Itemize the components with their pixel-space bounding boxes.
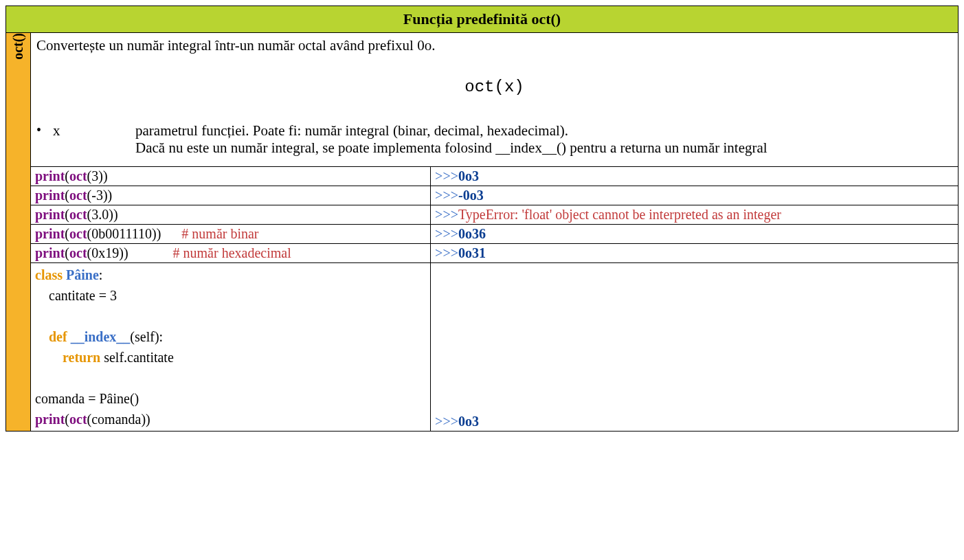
code-comment: # număr hexadecimal	[173, 245, 291, 260]
oct-keyword: oct	[69, 226, 87, 241]
table-row: print(oct(3.0)) >>>TypeError: 'float' ob…	[6, 205, 959, 225]
return-keyword: return	[63, 350, 100, 365]
colon: :	[99, 267, 103, 282]
code-pad	[161, 226, 181, 241]
output-value: 0o31	[458, 245, 486, 260]
code-pad	[128, 245, 173, 260]
code-cell: print(oct(0x19)) # număr hexadecimal	[31, 244, 431, 263]
parameter-description: parametrul funcției. Poate fi: număr int…	[135, 122, 767, 157]
output-cell: >>>0o3	[431, 263, 959, 432]
table-row: class Pâine: cantitate = 3 def __index__…	[6, 263, 959, 432]
sidebar-cell: oct()	[6, 33, 31, 432]
parameter-item: • x parametrul funcției. Poate fi: număr…	[36, 122, 952, 157]
code-comment: # număr binar	[181, 226, 258, 241]
output-cell: >>>0o3	[431, 167, 959, 186]
print-keyword: print	[35, 412, 65, 427]
code-arg: -3	[91, 188, 103, 203]
description-paragraph: Convertește un număr integral într-un nu…	[36, 37, 952, 54]
output-prompt: >>>	[435, 414, 458, 429]
output-prompt: >>>	[435, 245, 458, 260]
code-cell: print(oct(3.0))	[31, 205, 431, 225]
output-cell: >>>TypeError: 'float' object cannot be i…	[431, 205, 959, 225]
output-value: 0o3	[458, 414, 479, 429]
output-value: 0o3	[458, 168, 479, 183]
param-desc-line1: parametrul funcției. Poate fi: număr int…	[135, 122, 568, 139]
function-signature: oct(x)	[36, 78, 952, 96]
code-cell: print(oct(0b0011110)) # număr binar	[31, 225, 431, 244]
code-cell: print(oct(3))	[31, 167, 431, 186]
assign-line: comanda = Pâine()	[35, 391, 139, 406]
sidebar-label: oct()	[10, 33, 26, 60]
def-keyword: def	[49, 329, 67, 344]
parameter-name: x	[53, 122, 135, 139]
code-cell: class Pâine: cantitate = 3 def __index__…	[31, 263, 431, 432]
output-prompt: >>>	[435, 226, 458, 241]
table-row: print(oct(0x19)) # număr hexadecimal >>>…	[6, 244, 959, 263]
table-header: Funcția predefinită oct()	[6, 6, 959, 33]
output-cell: >>>0o31	[431, 244, 959, 263]
oct-keyword: oct	[69, 168, 87, 183]
output-cell: >>>0o36	[431, 225, 959, 244]
output-prompt: >>>	[435, 168, 458, 183]
code-arg: 0b0011110	[91, 226, 152, 241]
print-keyword: print	[35, 168, 65, 183]
oct-keyword: oct	[69, 245, 87, 260]
print-keyword: print	[35, 188, 65, 203]
oct-keyword: oct	[69, 207, 87, 222]
class-keyword: class	[35, 267, 63, 282]
class-body-line: cantitate = 3	[35, 288, 117, 303]
oct-keyword: oct	[69, 412, 87, 427]
class-name: Pâine	[66, 267, 99, 282]
output-error: TypeError: 'float' object cannot be inte…	[458, 207, 781, 222]
print-arg: comanda	[91, 412, 141, 427]
code-arg: 3.0	[91, 207, 109, 222]
print-keyword: print	[35, 245, 65, 260]
code-arg: 0x19	[91, 245, 119, 260]
param-desc-line2: Dacă nu este un număr integral, se poate…	[135, 139, 767, 156]
table-row: print(oct(3)) >>>0o3	[6, 167, 959, 186]
class-code-block: class Pâine: cantitate = 3 def __index__…	[35, 265, 426, 429]
return-rest: self.cantitate	[100, 350, 174, 365]
output-value: 0o36	[458, 226, 486, 241]
oct-keyword: oct	[69, 188, 87, 203]
table-row: print(oct(0b0011110)) # număr binar >>>0…	[6, 225, 959, 244]
print-keyword: print	[35, 207, 65, 222]
header-title: Funcția predefinită oct()	[403, 10, 561, 27]
def-rest: (self):	[130, 329, 163, 344]
output-value: 0o3	[463, 188, 484, 203]
function-doc-table: Funcția predefinită oct() oct() Converte…	[5, 5, 959, 432]
bullet-icon: •	[36, 122, 53, 138]
method-name: __index__	[71, 329, 131, 344]
table-row: print(oct(-3)) >>>-0o3	[6, 186, 959, 205]
code-cell: print(oct(-3))	[31, 186, 431, 205]
code-arg: 3	[91, 168, 98, 183]
print-keyword: print	[35, 226, 65, 241]
output-prompt: >>>	[435, 207, 458, 222]
output-prompt: >>>	[435, 188, 458, 203]
output-cell: >>>-0o3	[431, 186, 959, 205]
description-cell: Convertește un număr integral într-un nu…	[31, 33, 959, 167]
output-neg: -	[458, 188, 463, 203]
